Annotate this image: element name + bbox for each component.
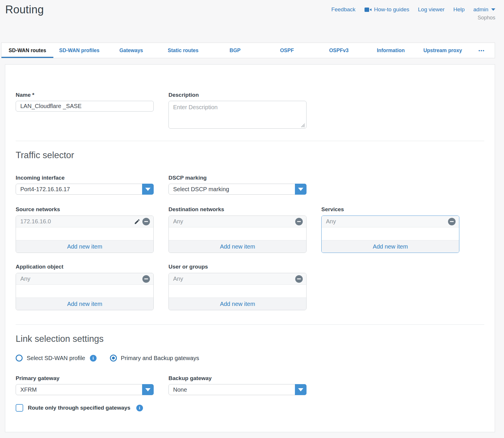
incoming-interface-label: Incoming interface [16,175,154,181]
tab-sd-wan-routes[interactable]: SD-WAN routes [1,43,53,58]
user-or-groups-box: Any Add new item [168,273,307,310]
remove-icon[interactable] [142,275,150,283]
help-link[interactable]: Help [453,6,465,13]
tab-static-routes[interactable]: Static routes [157,43,209,58]
primary-gateway-label: Primary gateway [16,375,154,382]
chevron-down-icon [491,8,495,11]
chevron-down-icon[interactable] [295,184,307,195]
application-object-box: Any Add new item [16,273,154,310]
destination-networks-box: Any Add new item [168,216,307,253]
tab-gateways[interactable]: Gateways [105,43,157,58]
tab-ospf[interactable]: OSPF [261,43,313,58]
page-header: Routing Feedback How-to guides Log viewe… [0,0,504,26]
chevron-down-icon[interactable] [295,384,307,395]
name-input[interactable] [16,101,154,112]
services-label: Services [321,206,459,213]
traffic-selector-heading: Traffic selector [16,150,484,160]
resize-handle-icon[interactable] [301,123,305,127]
route-only-checkbox[interactable] [16,404,23,412]
tab-ospfv3[interactable]: OSPFv3 [313,43,365,58]
add-new-item-button[interactable]: Add new item [169,240,306,253]
radio-select-sdwan-profile[interactable] [16,355,23,362]
services-box: Any Add new item [321,216,459,253]
user-or-groups-label: User or groups [168,264,307,270]
tab-sd-wan-profiles[interactable]: SD-WAN profiles [53,43,105,58]
form-card: Name * Description Traffic selector Inco… [5,64,495,432]
section-divider [16,324,484,325]
remove-icon[interactable] [295,218,303,225]
list-item: Any [169,273,306,285]
backup-gateway-label: Backup gateway [168,375,307,382]
description-label: Description [168,92,307,98]
add-new-item-button[interactable]: Add new item [169,298,306,310]
log-viewer-link[interactable]: Log viewer [418,6,445,13]
brand-label: Sophos [331,15,495,21]
tab-bar: SD-WAN routes SD-WAN profiles Gateways S… [1,43,495,58]
description-textarea[interactable] [168,101,307,129]
list-item: Any [322,216,459,227]
tab-upstream-proxy[interactable]: Upstream proxy [417,43,469,58]
feedback-link[interactable]: Feedback [331,6,355,13]
remove-icon[interactable] [142,218,150,225]
route-only-checkbox-label[interactable]: Route only through specified gateways [28,405,130,411]
dscp-marking-select[interactable]: Select DSCP marking [168,184,307,195]
destination-networks-label: Destination networks [168,206,307,213]
incoming-interface-select[interactable]: Port4-172.16.16.17 [16,184,154,195]
section-divider [16,141,484,141]
dscp-marking-label: DSCP marking [168,175,307,181]
tab-bgp[interactable]: BGP [209,43,261,58]
source-networks-box: 172.16.16.0 Add new item [16,216,154,253]
info-icon[interactable]: i [90,355,97,362]
add-new-item-button[interactable]: Add new item [322,240,459,253]
source-networks-label: Source networks [16,206,154,213]
list-item: Any [169,216,306,227]
list-item: 172.16.16.0 [16,216,153,227]
link-selection-heading: Link selection settings [16,334,484,344]
tab-information[interactable]: Information [365,43,417,58]
remove-icon[interactable] [448,218,456,225]
edit-icon[interactable] [134,218,140,225]
add-new-item-button[interactable]: Add new item [16,240,153,253]
chevron-down-icon[interactable] [142,384,154,395]
chevron-down-icon[interactable] [142,184,154,195]
list-item: Any [16,273,153,285]
add-new-item-button[interactable]: Add new item [16,298,153,310]
page-title: Routing [5,3,44,26]
backup-gateway-select[interactable]: None [168,384,307,395]
header-links: Feedback How-to guides Log viewer Help a… [331,6,495,13]
remove-icon[interactable] [295,275,303,283]
radio-select-sdwan-profile-label[interactable]: Select SD-WAN profile [27,355,85,362]
radio-primary-backup-label[interactable]: Primary and Backup gateways [121,355,199,362]
name-label: Name * [16,92,154,98]
tab-overflow-menu[interactable]: ••• [469,43,495,58]
howto-guides-link[interactable]: How-to guides [364,6,409,13]
application-object-label: Application object [16,264,154,270]
video-camera-icon [364,7,372,12]
admin-menu[interactable]: admin [473,6,495,13]
primary-gateway-select[interactable]: XFRM [16,384,154,395]
radio-primary-backup[interactable] [110,355,117,362]
info-icon[interactable]: i [136,405,143,411]
